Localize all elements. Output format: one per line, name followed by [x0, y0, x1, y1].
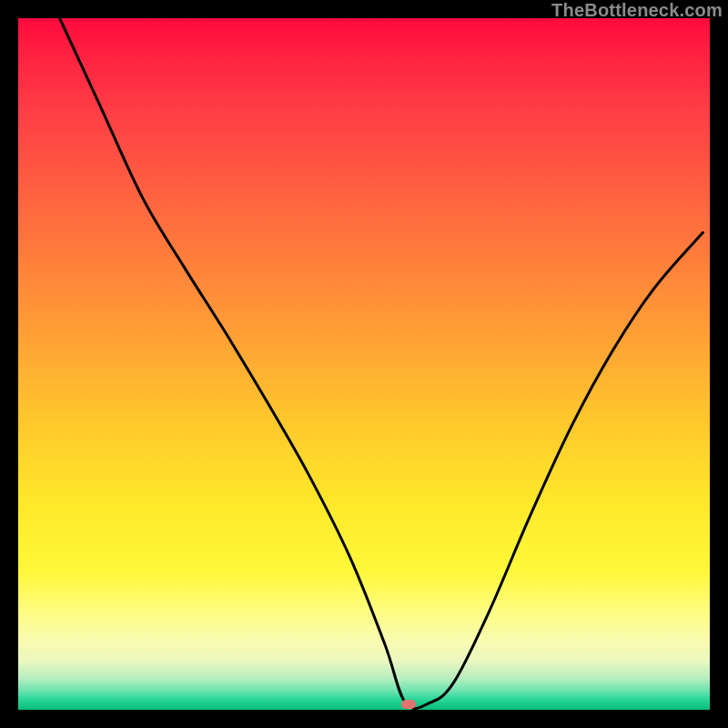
optimal-point-marker — [401, 700, 416, 709]
bottleneck-curve — [18, 18, 710, 710]
plot-area — [18, 18, 710, 710]
chart-container: TheBottleneck.com — [0, 0, 728, 728]
